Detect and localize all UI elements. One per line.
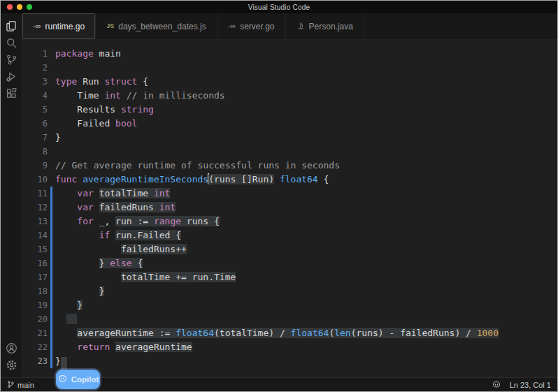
code-line[interactable]: 7} <box>22 131 557 145</box>
activity-bar-explorer[interactable] <box>1 17 22 34</box>
activity-bar-settings[interactable] <box>1 356 22 373</box>
code-line[interactable]: 14 if run.Failed { <box>22 228 557 242</box>
code-token <box>55 314 66 324</box>
gutter-spacer <box>48 145 55 159</box>
activity-bar-source-control[interactable] <box>1 51 22 68</box>
code-token: // Get average runtime of successful run… <box>55 160 340 170</box>
code-token: { <box>132 258 143 268</box>
activity-bar-extensions[interactable] <box>1 85 22 101</box>
explorer-icon <box>6 20 17 32</box>
code-token <box>94 188 99 198</box>
code-line[interactable]: 22 return averageRuntime <box>22 340 557 354</box>
code-line[interactable]: 23} <box>22 354 557 368</box>
code-text: var totalTime int <box>55 187 170 201</box>
gutter-spacer <box>48 117 55 131</box>
close-button[interactable] <box>7 4 13 10</box>
code-line[interactable]: 20 <box>22 312 557 326</box>
code-line[interactable]: 8 <box>22 145 557 159</box>
code-text: averageRuntime := float64(totalTime) / f… <box>55 326 499 340</box>
activity-bar-search[interactable] <box>1 34 22 51</box>
code-token: float64 <box>176 328 214 338</box>
code-line[interactable]: 4 Time int // in milliseconds <box>22 89 557 103</box>
tab-label: days_between_dates.js <box>118 22 206 31</box>
code-token: Failed <box>55 118 115 129</box>
window-title: Visual Studio Code <box>1 3 557 11</box>
git-branch-indicator[interactable]: main <box>7 380 34 390</box>
code-line[interactable]: 21 averageRuntime := float64(totalTime) … <box>22 326 557 340</box>
line-number: 22 <box>22 340 48 354</box>
code-token <box>55 258 99 268</box>
line-number: 19 <box>22 298 48 312</box>
code-line[interactable]: 12 var failedRuns int <box>22 201 557 215</box>
code-token <box>55 328 77 338</box>
activity-bar-account[interactable] <box>1 340 22 356</box>
tab-bar: -∞ runtime.go JS days_between_dates.js -… <box>22 13 557 40</box>
code-line[interactable]: 19 } <box>22 298 557 312</box>
line-number: 3 <box>22 75 48 89</box>
code-token: run := <box>115 216 154 226</box>
code-token: (runs) - failedRuns) / <box>351 328 477 338</box>
code-text: failedRuns++ <box>55 242 187 256</box>
line-number: 11 <box>22 187 48 201</box>
activity-bar-run-debug[interactable] <box>1 68 22 85</box>
code-text: return averageRuntime <box>55 340 192 354</box>
tab-server-go[interactable]: -∞ server.go <box>217 13 286 39</box>
code-editor[interactable]: 1package main23type Run struct {4 Time i… <box>22 40 557 377</box>
code-line[interactable]: 1package main <box>22 47 557 61</box>
code-lines: 1package main23type Run struct {4 Time i… <box>22 47 557 368</box>
cursor-position-indicator[interactable]: Ln 23, Col 1 <box>510 381 551 389</box>
code-token: averageRuntime <box>115 342 192 352</box>
code-line[interactable]: 5 Results string <box>22 103 557 117</box>
code-token: (runs []Run) <box>208 174 274 184</box>
modified-line-marker <box>48 312 55 326</box>
code-line[interactable]: 6 Failed bool <box>22 117 557 131</box>
gutter-spacer <box>48 103 55 117</box>
code-line[interactable]: 3type Run struct { <box>22 75 557 89</box>
code-token <box>55 272 121 282</box>
go-file-icon: -∞ <box>33 22 41 30</box>
line-number: 16 <box>22 256 48 270</box>
code-token: else <box>110 258 131 268</box>
window-controls <box>7 4 32 10</box>
code-token: int <box>104 90 120 101</box>
gutter-spacer <box>48 89 55 103</box>
settings-gear-icon <box>6 359 17 371</box>
code-line[interactable]: 18 } <box>22 284 557 298</box>
code-text: type Run struct { <box>55 75 148 89</box>
code-text: package main <box>55 47 121 61</box>
code-line[interactable]: 16 } else { <box>22 256 557 270</box>
code-token: int <box>154 188 170 198</box>
tab-runtime-go[interactable]: -∞ runtime.go <box>22 13 96 39</box>
gutter-spacer <box>48 47 55 61</box>
code-line[interactable]: 10func averageRuntimeInSeconds(runs []Ru… <box>22 173 557 187</box>
code-line[interactable]: 2 <box>22 61 557 75</box>
code-line[interactable]: 17 totalTime += run.Time <box>22 270 557 284</box>
code-text: } <box>55 131 61 145</box>
gutter-spacer <box>48 159 55 173</box>
copilot-status-icon[interactable] <box>492 380 501 389</box>
code-token: } <box>55 132 61 143</box>
zoom-button[interactable] <box>27 4 32 10</box>
code-line[interactable]: 15 failedRuns++ <box>22 242 557 256</box>
js-file-icon: JS <box>106 23 114 29</box>
copilot-button[interactable]: Copilot <box>56 370 100 389</box>
selection-end-block <box>61 357 67 370</box>
code-token: _, <box>94 216 115 226</box>
code-token: totalTime <box>99 188 154 198</box>
code-text: for _, run := range runs { <box>55 215 220 228</box>
tab-person-java[interactable]: Person.java <box>286 13 364 39</box>
tab-days-between-dates-js[interactable]: JS days_between_dates.js <box>96 13 217 39</box>
code-line[interactable]: 11 var totalTime int <box>22 187 557 201</box>
code-line[interactable]: 13 for _, run := range runs { <box>22 215 557 228</box>
code-text: } <box>55 354 67 368</box>
code-token: type <box>55 76 77 87</box>
code-token: runs { <box>181 216 220 226</box>
code-token: var <box>77 202 93 212</box>
code-token <box>55 300 77 310</box>
code-line[interactable]: 9// Get average runtime of successful ru… <box>22 159 557 173</box>
minimize-button[interactable] <box>17 4 22 10</box>
account-icon <box>6 342 17 354</box>
code-token <box>110 342 115 352</box>
code-token: } <box>55 356 61 366</box>
code-token <box>94 202 99 212</box>
